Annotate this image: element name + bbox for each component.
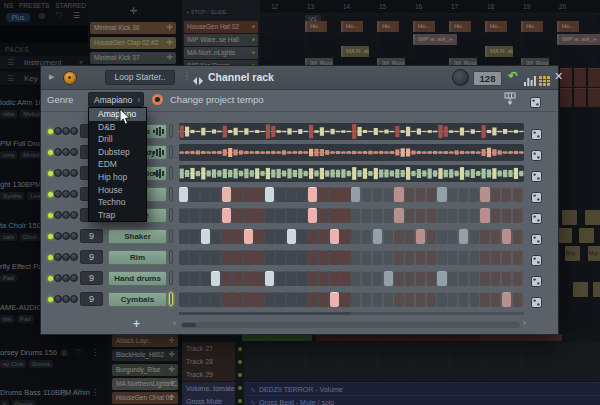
step-cell[interactable] [276,250,285,265]
step-cell[interactable] [222,292,231,307]
step-cell[interactable] [437,208,446,223]
step-cell[interactable] [405,208,414,223]
step-cell[interactable] [373,292,382,307]
step-cell[interactable] [330,250,339,265]
step-cell[interactable] [351,271,360,286]
step-cell[interactable] [459,250,468,265]
pan-knob[interactable] [54,127,62,135]
step-cell[interactable] [190,271,199,286]
step-cell[interactable] [394,292,403,307]
change-tempo-toggle[interactable] [152,94,163,105]
genre-option-trap[interactable]: Trap [89,209,146,222]
scroll-left-icon[interactable]: ‹ [173,318,176,328]
channel-selector[interactable] [169,292,173,306]
step-cell[interactable] [362,250,371,265]
mixer-track-number[interactable]: 9 [80,229,103,243]
step-cell[interactable] [437,250,446,265]
aux-knob[interactable] [70,127,78,135]
scroll-right-icon[interactable]: › [523,318,526,328]
step-cell[interactable] [254,271,263,286]
step-cell[interactable] [340,229,349,244]
step-cell[interactable] [179,250,188,265]
step-cell[interactable] [384,292,393,307]
step-cell[interactable] [448,271,457,286]
step-cell[interactable] [448,292,457,307]
step-cell[interactable] [480,250,489,265]
step-cell[interactable] [491,229,500,244]
step-cell[interactable] [351,208,360,223]
step-cell[interactable] [211,250,220,265]
step-cell[interactable] [405,229,414,244]
genre-option-house[interactable]: House [89,184,146,197]
step-cell[interactable] [384,208,393,223]
step-cell[interactable] [330,208,339,223]
randomize-dice-icon[interactable] [531,273,542,291]
step-cell[interactable] [211,292,220,307]
step-cell[interactable] [437,229,446,244]
step-cell[interactable] [265,229,274,244]
step-cell[interactable] [513,250,522,265]
step-cell[interactable] [319,187,328,202]
step-cell[interactable] [416,271,425,286]
step-cell[interactable] [513,271,522,286]
aux-knob[interactable] [70,190,78,198]
pan-knob[interactable] [54,232,62,240]
step-cell[interactable] [373,271,382,286]
pan-knob[interactable] [54,295,62,303]
add-channel-button[interactable]: + [133,317,140,331]
volume-knob[interactable] [62,127,70,135]
audio-clip-waveform[interactable] [179,144,524,161]
step-cell[interactable] [502,292,511,307]
step-cell[interactable] [276,229,285,244]
step-cell[interactable] [448,229,457,244]
step-cell[interactable] [459,187,468,202]
step-cell[interactable] [502,271,511,286]
mixer-track-number[interactable]: 9 [80,250,103,264]
step-cell[interactable] [373,208,382,223]
step-cell[interactable] [351,187,360,202]
step-cell[interactable] [297,271,306,286]
step-cell[interactable] [394,208,403,223]
channel-selector[interactable] [169,166,173,180]
step-cell[interactable] [491,271,500,286]
step-cell[interactable] [459,271,468,286]
channel-selector[interactable] [169,145,173,159]
genre-option-hip-hop[interactable]: Hip hop [89,171,146,184]
step-cell[interactable] [190,208,199,223]
step-cell[interactable] [319,292,328,307]
step-cell[interactable] [427,292,436,307]
undo-icon[interactable]: ↶ [508,69,518,83]
step-cell[interactable] [233,271,242,286]
step-cell[interactable] [254,208,263,223]
step-cell[interactable] [502,187,511,202]
step-cell[interactable] [330,271,339,286]
pan-knob[interactable] [54,190,62,198]
step-cell[interactable] [287,250,296,265]
step-cell[interactable] [211,271,220,286]
step-cell[interactable] [330,187,339,202]
step-cell[interactable] [470,208,479,223]
step-cell[interactable] [254,292,263,307]
aux-knob[interactable] [70,169,78,177]
step-cell[interactable] [416,187,425,202]
step-cell[interactable] [265,250,274,265]
step-cell[interactable] [233,208,242,223]
step-cell[interactable] [319,208,328,223]
step-cell[interactable] [437,292,446,307]
step-cell[interactable] [470,292,479,307]
step-cell[interactable] [416,250,425,265]
audio-clip-waveform[interactable] [179,123,524,140]
step-cell[interactable] [448,250,457,265]
volume-knob[interactable] [62,253,70,261]
channel-button-hand-drums[interactable]: Hand drums [108,271,167,286]
step-cell[interactable] [222,187,231,202]
step-cell[interactable] [448,187,457,202]
step-cell[interactable] [427,271,436,286]
volume-knob[interactable] [62,232,70,240]
step-cell[interactable] [330,292,339,307]
genre-option-edm[interactable]: EDM [89,158,146,171]
step-cell[interactable] [319,250,328,265]
step-cell[interactable] [319,229,328,244]
tempo-value[interactable]: 128 [473,71,502,86]
pan-knob[interactable] [54,169,62,177]
